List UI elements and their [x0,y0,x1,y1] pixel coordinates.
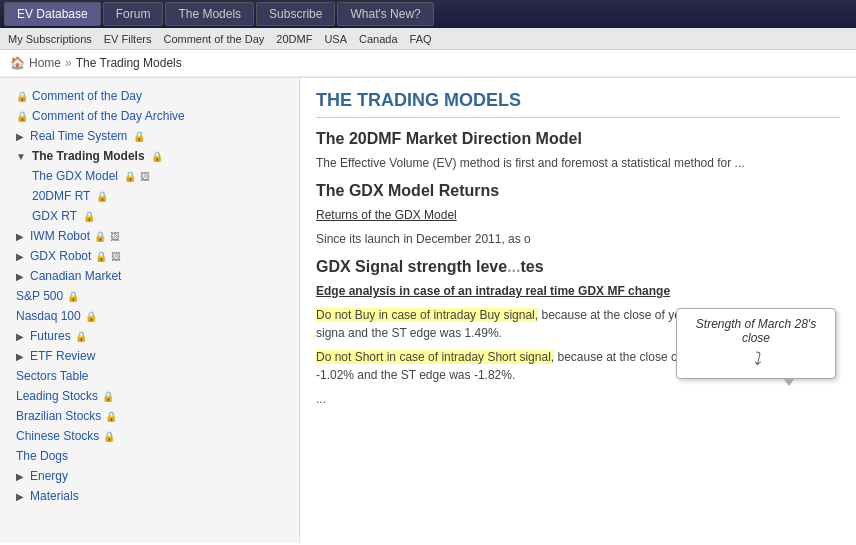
sidebar: 🔒 Comment of the Day 🔒 Comment of the Da… [0,78,300,543]
img-icon: 🖼 [111,251,121,262]
expand-icon: ▶ [16,271,24,282]
sidebar-item-nasdaq100[interactable]: Nasdaq 100 🔒 [0,306,299,326]
expand-icon: ▶ [16,131,24,142]
collapse-icon: ▼ [16,151,26,162]
sidebar-item-gdx-robot[interactable]: ▶ GDX Robot 🔒 🖼 [0,246,299,266]
lock-icon: 🔒 [94,231,106,242]
sidebar-item-futures[interactable]: ▶ Futures 🔒 [0,326,299,346]
nav-tab-forum[interactable]: Forum [103,2,164,26]
subnav-20dmf[interactable]: 20DMF [276,33,312,45]
sub-navigation: My Subscriptions EV Filters Comment of t… [0,28,856,50]
nav-tab-whats-new[interactable]: What's New? [337,2,433,26]
top-navigation: EV Database Forum The Models Subscribe W… [0,0,856,28]
page-title: THE TRADING MODELS [316,90,840,118]
section1-desc: The Effective Volume (EV) method is firs… [316,154,840,172]
nav-tab-subscribe[interactable]: Subscribe [256,2,335,26]
ellipsis: ... [316,390,840,408]
section2-title: The GDX Model Returns [316,182,840,200]
nav-tab-ev-database[interactable]: EV Database [4,2,101,26]
breadcrumb-home[interactable]: Home [29,56,61,70]
lock-icon: 🔒 [95,251,107,262]
sidebar-item-real-time-system[interactable]: ▶ Real Time System 🔒 [0,126,299,146]
sidebar-item-trading-models[interactable]: ▼ The Trading Models 🔒 [0,146,299,166]
lock-icon: 🔒 [124,171,136,182]
content-area: THE TRADING MODELS The 20DMF Market Dire… [300,78,856,543]
subnav-usa[interactable]: USA [324,33,347,45]
lock-icon: 🔒 [75,331,87,342]
expand-icon: ▶ [16,491,24,502]
breadcrumb: 🏠 Home » The Trading Models [0,50,856,77]
lock-icon: 🔒 [85,311,97,322]
section2-sub-link[interactable]: Returns of the GDX Model [316,208,457,222]
home-icon: 🏠 [10,56,25,70]
lock-icon: 🔒 [16,91,28,102]
lock-icon: 🔒 [133,131,145,142]
img-icon: 🖼 [140,171,150,182]
expand-icon: ▶ [16,231,24,242]
subnav-faq[interactable]: FAQ [410,33,432,45]
sidebar-item-energy[interactable]: ▶ Energy [0,466,299,486]
subnav-canada[interactable]: Canada [359,33,398,45]
highlight1-prefix: Do not Buy in case of intraday Buy signa… [316,308,538,322]
lock-icon: 🔒 [16,111,28,122]
subnav-my-subscriptions[interactable]: My Subscriptions [8,33,92,45]
lock-icon: 🔒 [83,211,95,222]
sidebar-item-brazilian-stocks[interactable]: Brazilian Stocks 🔒 [0,406,299,426]
expand-icon: ▶ [16,251,24,262]
sidebar-item-canadian-market[interactable]: ▶ Canadian Market [0,266,299,286]
lock-icon: 🔒 [151,151,163,162]
expand-icon: ▶ [16,471,24,482]
sidebar-item-iwm-robot[interactable]: ▶ IWM Robot 🔒 🖼 [0,226,299,246]
sidebar-item-gdx-rt[interactable]: GDX RT 🔒 [0,206,299,226]
breadcrumb-separator: » [65,56,72,70]
img-icon: 🖼 [110,231,120,242]
tooltip-bubble: Strength of March 28's close ⤵ [676,308,836,379]
breadcrumb-current: The Trading Models [76,56,182,70]
subnav-ev-filters[interactable]: EV Filters [104,33,152,45]
sidebar-item-leading-stocks[interactable]: Leading Stocks 🔒 [0,386,299,406]
sidebar-item-20dmf-rt[interactable]: 20DMF RT 🔒 [0,186,299,206]
nav-tab-models[interactable]: The Models [165,2,254,26]
lock-icon: 🔒 [96,191,108,202]
expand-icon: ▶ [16,331,24,342]
sidebar-item-the-dogs[interactable]: The Dogs [0,446,299,466]
sidebar-item-materials[interactable]: ▶ Materials [0,486,299,506]
lock-icon: 🔒 [102,391,114,402]
sidebar-item-chinese-stocks[interactable]: Chinese Stocks 🔒 [0,426,299,446]
highlight2-prefix: Do not Short in case of intraday Short s… [316,350,554,364]
sidebar-item-sp500[interactable]: S&P 500 🔒 [0,286,299,306]
main-layout: 🔒 Comment of the Day 🔒 Comment of the Da… [0,78,856,543]
expand-icon: ▶ [16,351,24,362]
sidebar-item-comment-of-day[interactable]: 🔒 Comment of the Day [0,86,299,106]
section3-title: GDX Signal strength leve...tes [316,258,840,276]
subnav-comment-of-day[interactable]: Comment of the Day [163,33,264,45]
sidebar-item-sectors-table[interactable]: Sectors Table [0,366,299,386]
sidebar-item-comment-archive[interactable]: 🔒 Comment of the Day Archive [0,106,299,126]
sidebar-item-gdx-model[interactable]: The GDX Model 🔒 🖼 [0,166,299,186]
lock-icon: 🔒 [67,291,79,302]
lock-icon: 🔒 [103,431,115,442]
lock-icon: 🔒 [105,411,117,422]
sidebar-item-etf-review[interactable]: ▶ ETF Review [0,346,299,366]
section1-title: The 20DMF Market Direction Model [316,130,840,148]
edge-analysis-label[interactable]: Edge analysis in case of an intraday rea… [316,284,670,298]
section2-desc: Since its launch in December 2011, as o [316,230,840,248]
